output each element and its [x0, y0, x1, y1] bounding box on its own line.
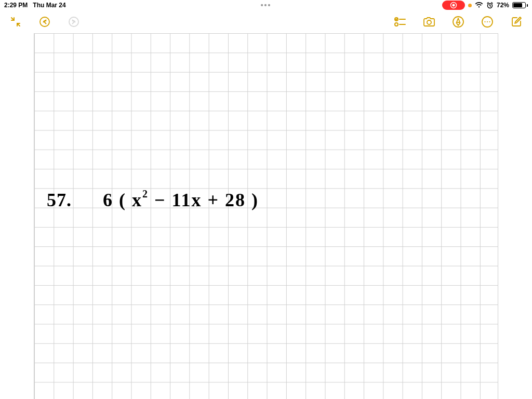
undo-icon[interactable] [37, 15, 52, 29]
wifi-icon [475, 2, 483, 8]
svg-point-1 [452, 4, 455, 7]
camera-icon[interactable] [422, 15, 436, 29]
collapse-icon[interactable] [8, 15, 23, 29]
compose-icon[interactable] [509, 15, 524, 29]
redo-icon [66, 15, 81, 29]
battery-percent: 72% [497, 2, 509, 9]
screen-record-pill[interactable] [442, 1, 465, 10]
svg-point-7 [395, 23, 398, 26]
multitask-dots-icon[interactable]: ••• [261, 1, 272, 9]
note-canvas[interactable]: 57. 6 ( x2 − 11x + 28 ) [0, 33, 532, 399]
alarm-icon [486, 2, 494, 9]
status-bar: 2:29 PM Thu Mar 24 ••• 72% [0, 0, 532, 10]
handwritten-content: 57. 6 ( x2 − 11x + 28 ) [47, 189, 259, 211]
notes-toolbar [0, 10, 532, 33]
math-expression: 6 ( x2 − 11x + 28 ) [103, 189, 259, 211]
svg-point-15 [489, 21, 490, 22]
toolbar-left [8, 15, 81, 29]
status-date: Thu Mar 24 [33, 2, 65, 9]
record-icon [450, 2, 457, 9]
expr-prefix: 6 ( x [103, 190, 142, 210]
grid-paper [34, 33, 498, 399]
checklist-icon[interactable] [393, 15, 407, 29]
expr-superscript: 2 [142, 188, 149, 200]
battery-icon [512, 2, 528, 8]
toolbar-right [393, 15, 524, 29]
status-left: 2:29 PM Thu Mar 24 [4, 2, 66, 9]
svg-point-9 [427, 20, 431, 24]
expr-suffix: − 11x + 28 ) [149, 190, 259, 210]
svg-point-13 [484, 21, 485, 22]
markup-pen-icon[interactable] [451, 15, 466, 29]
more-icon[interactable] [480, 15, 495, 29]
problem-number: 57. [47, 189, 72, 211]
status-time: 2:29 PM [4, 2, 28, 9]
mic-indicator-dot-icon [468, 4, 472, 7]
svg-point-14 [487, 21, 488, 22]
status-right: 72% [442, 1, 528, 10]
